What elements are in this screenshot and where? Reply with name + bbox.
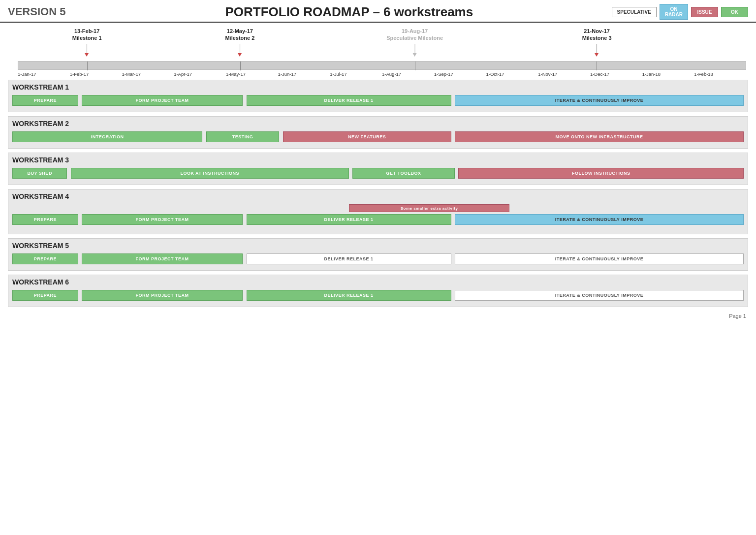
- workstream-6-bars: PREPARE FORM PROJECT TEAM DELIVER RELEAS…: [12, 289, 744, 302]
- workstream-1-title: WORKSTREAM 1: [12, 83, 744, 91]
- tick-jul17: 1-Jul-17: [330, 71, 382, 77]
- speculative-milestone-label: 19-Aug-17 Speculative Milestone: [386, 28, 443, 54]
- milestone-2-label: 12-May-17 Milestone 2: [225, 28, 254, 54]
- ws2-integration-bar: INTEGRATION: [12, 131, 202, 142]
- ws2-new-features-bar: NEW FEATURES: [283, 131, 451, 142]
- ws4-extra-activity-bar: Some smaller extra activity: [349, 204, 510, 212]
- tick-jan18: 1-Jan-18: [642, 71, 694, 77]
- workstream-5-block: WORKSTREAM 5 PREPARE FORM PROJECT TEAM D…: [8, 238, 748, 271]
- legend-ok: OK: [721, 7, 748, 17]
- milestone-3-label: 21-Nov-17 Milestone 3: [582, 28, 612, 54]
- workstream-3-bars: BUY SHED LOOK AT INSTRUCTIONS GET TOOLBO…: [12, 167, 744, 180]
- ws3-follow-instructions-bar: FOLLOW INSTRUCTIONS: [458, 168, 744, 179]
- workstream-1-bars: PREPARE FORM PROJECT TEAM DELIVER RELEAS…: [12, 94, 744, 107]
- legend-issue: ISSUE: [691, 7, 718, 17]
- ws4-deliver-r1-bar: DELIVER RELEASE 1: [247, 214, 451, 225]
- legend-on-radar: ONRADAR: [660, 4, 688, 20]
- ws4-prepare-bar: PREPARE: [12, 214, 78, 225]
- workstream-4-block: WORKSTREAM 4 Some smaller extra activity…: [8, 189, 748, 234]
- tick-apr17: 1-Apr-17: [174, 71, 226, 77]
- workstream-2-block: WORKSTREAM 2 INTEGRATION TESTING NEW FEA…: [8, 116, 748, 149]
- tick-jun17: 1-Jun-17: [278, 71, 330, 77]
- tick-sep17: 1-Sep-17: [434, 71, 486, 77]
- ws6-deliver-r1-bar: DELIVER RELEASE 1: [247, 290, 451, 301]
- legend-speculative: SPECULATIVE: [612, 7, 657, 17]
- workstreams-container: WORKSTREAM 1 PREPARE FORM PROJECT TEAM D…: [0, 80, 756, 307]
- ws4-iterate-bar: ITERATE & CONTINUOUSLY IMPROVE: [455, 214, 744, 225]
- ws3-get-toolbox-bar: GET TOOLBOX: [352, 168, 455, 179]
- workstream-1-block: WORKSTREAM 1 PREPARE FORM PROJECT TEAM D…: [8, 80, 748, 112]
- milestone-line-speculative: [415, 62, 415, 70]
- workstream-2-bars: INTEGRATION TESTING NEW FEATURES MOVE ON…: [12, 130, 744, 143]
- page-root: VERSION 5 PORTFOLIO ROADMAP – 6 workstre…: [0, 0, 756, 321]
- milestone-1-label: 13-Feb-17 Milestone 1: [72, 28, 102, 54]
- ws3-look-instructions-bar: LOOK AT INSTRUCTIONS: [71, 168, 349, 179]
- milestone-line-2: [240, 62, 241, 70]
- tick-may17: 1-May-17: [226, 71, 278, 77]
- ws6-form-team-bar: FORM PROJECT TEAM: [82, 290, 243, 301]
- page-number: Page 1: [0, 311, 756, 321]
- timeline-ticks: 1-Jan-17 1-Feb-17 1-Mar-17 1-Apr-17 1-Ma…: [18, 71, 746, 77]
- workstream-3-block: WORKSTREAM 3 BUY SHED LOOK AT INSTRUCTIO…: [8, 153, 748, 185]
- workstream-6-title: WORKSTREAM 6: [12, 278, 744, 286]
- timeline-section: 13-Feb-17 Milestone 1 12-May-17 Mileston…: [0, 23, 756, 78]
- tick-aug17: 1-Aug-17: [382, 71, 434, 77]
- tick-feb17: 1-Feb-17: [70, 71, 122, 77]
- tick-oct17: 1-Oct-17: [486, 71, 538, 77]
- ws5-form-team-bar: FORM PROJECT TEAM: [82, 253, 243, 264]
- tick-dec17: 1-Dec-17: [590, 71, 642, 77]
- version-label: VERSION 5: [8, 5, 87, 18]
- tick-jan17: 1-Jan-17: [18, 71, 70, 77]
- ws3-buy-shed-bar: BUY SHED: [12, 168, 67, 179]
- ws6-prepare-bar: PREPARE: [12, 290, 78, 301]
- legend: SPECULATIVE ONRADAR ISSUE OK: [612, 4, 748, 20]
- timeline-bar: [18, 61, 746, 70]
- page-title: PORTFOLIO ROADMAP – 6 workstreams: [87, 4, 612, 20]
- milestone-line-3: [597, 62, 597, 70]
- milestone-line-1: [87, 62, 88, 70]
- ws4-form-team-bar: FORM PROJECT TEAM: [82, 214, 243, 225]
- workstream-6-block: WORKSTREAM 6 PREPARE FORM PROJECT TEAM D…: [8, 275, 748, 307]
- header: VERSION 5 PORTFOLIO ROADMAP – 6 workstre…: [0, 0, 756, 23]
- ws1-iterate-bar: ITERATE & CONTINUOUSLY IMPROVE: [455, 95, 744, 106]
- ws6-iterate-bar: ITERATE & CONTINUOUSLY IMPROVE: [455, 290, 744, 301]
- workstream-5-title: WORKSTREAM 5: [12, 242, 744, 250]
- tick-mar17: 1-Mar-17: [122, 71, 174, 77]
- workstream-4-bars: Some smaller extra activity PREPARE FORM…: [12, 203, 744, 229]
- ws2-move-infra-bar: MOVE ONTO NEW INFRASTRUCTURE: [455, 131, 744, 142]
- workstream-5-bars: PREPARE FORM PROJECT TEAM DELIVER RELEAS…: [12, 252, 744, 265]
- tick-nov17: 1-Nov-17: [538, 71, 590, 77]
- tick-feb18: 1-Feb-18: [694, 71, 746, 77]
- ws2-testing-bar: TESTING: [206, 131, 280, 142]
- ws5-iterate-bar: ITERATE & CONTINUOUSLY IMPROVE: [455, 253, 744, 264]
- workstream-4-title: WORKSTREAM 4: [12, 192, 744, 200]
- workstream-2-title: WORKSTREAM 2: [12, 120, 744, 127]
- workstream-3-title: WORKSTREAM 3: [12, 156, 744, 164]
- ws1-prepare-bar: PREPARE: [12, 95, 78, 106]
- ws5-prepare-bar: PREPARE: [12, 253, 78, 264]
- ws1-deliver-r1-bar: DELIVER RELEASE 1: [247, 95, 451, 106]
- ws5-deliver-r1-bar: DELIVER RELEASE 1: [247, 253, 451, 264]
- ws1-form-team-bar: FORM PROJECT TEAM: [82, 95, 243, 106]
